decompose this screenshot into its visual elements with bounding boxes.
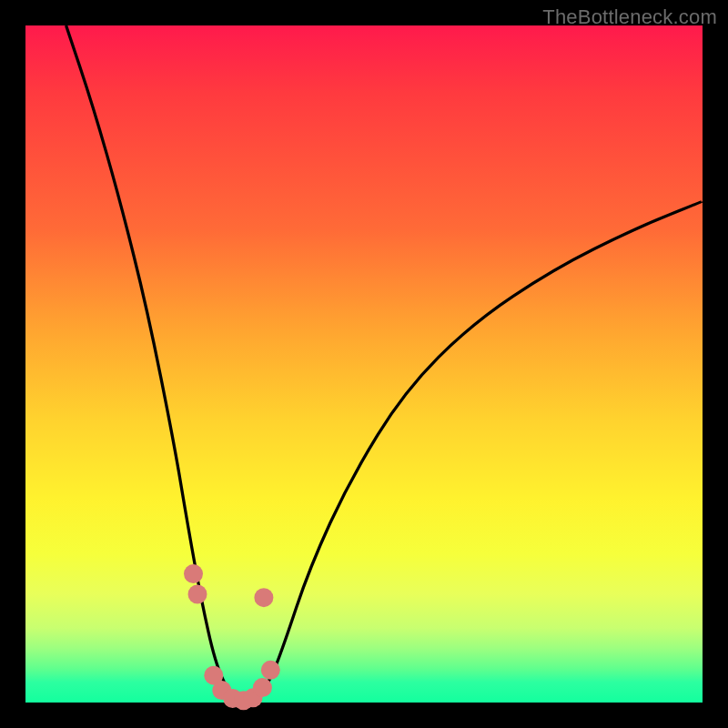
- bottleneck-curve-path: [66, 25, 703, 702]
- curve-layer: [25, 25, 703, 703]
- plot-area: [25, 25, 703, 703]
- curve-marker-dot: [253, 678, 272, 697]
- marker-group: [184, 564, 280, 710]
- curve-marker-dot: [254, 588, 273, 607]
- curve-marker-dot: [188, 585, 207, 604]
- watermark-text: TheBottleneck.com: [542, 5, 717, 29]
- curve-marker-dot: [184, 564, 203, 583]
- curve-marker-dot: [261, 661, 280, 680]
